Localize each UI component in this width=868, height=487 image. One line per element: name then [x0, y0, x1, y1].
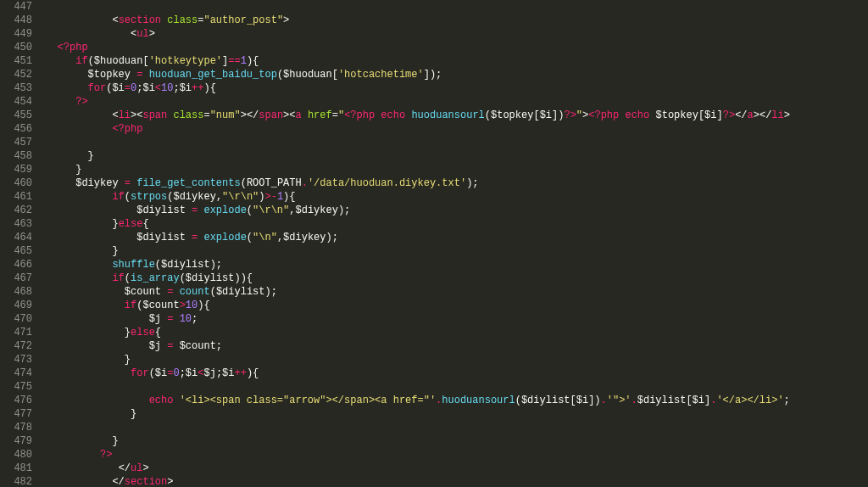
code-line[interactable]: echo '<li><span class="arrow"></span><a … [39, 394, 868, 407]
code-area[interactable]: <section class="author_post"> <ul> <?php… [39, 0, 868, 487]
code-line[interactable]: $diylist = explode("\n",$diykey); [39, 231, 868, 244]
code-line[interactable] [39, 0, 868, 14]
code-line[interactable]: shuffle($diylist); [39, 258, 868, 271]
code-line[interactable]: if(is_array($diylist)){ [39, 271, 868, 285]
code-line[interactable]: $count = count($diylist); [39, 285, 868, 299]
code-line[interactable]: }else{ [39, 326, 868, 339]
code-line[interactable]: if($count>10){ [39, 299, 868, 312]
code-line[interactable]: } [39, 244, 868, 258]
code-line[interactable] [39, 136, 868, 149]
line-number: 470 [5, 312, 32, 326]
line-number: 472 [5, 339, 32, 353]
line-number: 468 [5, 285, 32, 299]
code-line[interactable]: ?> [39, 448, 868, 462]
line-number: 451 [5, 54, 32, 68]
line-number: 481 [5, 462, 32, 475]
code-line[interactable]: <?php [39, 122, 868, 136]
line-number: 469 [5, 299, 32, 312]
code-line[interactable] [39, 421, 868, 434]
code-line[interactable]: <?php [39, 41, 868, 54]
code-line[interactable]: if(strpos($diykey,"\r\n")>-1){ [39, 190, 868, 204]
line-number: 466 [5, 258, 32, 271]
line-number: 464 [5, 231, 32, 244]
line-number: 476 [5, 394, 32, 407]
line-number: 473 [5, 353, 32, 367]
line-number: 454 [5, 95, 32, 109]
code-line[interactable]: }else{ [39, 217, 868, 231]
code-line[interactable]: <section class="author_post"> [39, 14, 868, 27]
line-number: 461 [5, 190, 32, 204]
line-number: 455 [5, 109, 32, 122]
code-line[interactable]: } [39, 407, 868, 421]
code-line[interactable]: $topkey = huoduan_get_baidu_top($huoduan… [39, 68, 868, 81]
line-number: 449 [5, 27, 32, 41]
code-line[interactable]: for($i=0;$i<10;$i++){ [39, 81, 868, 95]
code-line[interactable]: $diylist = explode("\r\n",$diykey); [39, 204, 868, 217]
code-line[interactable]: } [39, 434, 868, 448]
code-line[interactable]: for($i=0;$i<$j;$i++){ [39, 367, 868, 380]
line-number: 477 [5, 407, 32, 421]
line-number: 459 [5, 163, 32, 176]
line-number: 479 [5, 434, 32, 448]
line-number-gutter: 4474484494504514524534544554564574584594… [0, 0, 39, 487]
code-line[interactable]: } [39, 353, 868, 367]
line-number: 452 [5, 68, 32, 81]
code-line[interactable] [39, 380, 868, 394]
code-line[interactable]: <li><span class="num"></span><a href="<?… [39, 109, 868, 122]
line-number: 457 [5, 136, 32, 149]
line-number: 463 [5, 217, 32, 231]
line-number: 447 [5, 0, 32, 14]
line-number: 460 [5, 176, 32, 190]
line-number: 450 [5, 41, 32, 54]
line-number: 462 [5, 204, 32, 217]
line-number: 448 [5, 14, 32, 27]
line-number: 480 [5, 448, 32, 462]
code-editor[interactable]: 4474484494504514524534544554564574584594… [0, 0, 868, 487]
line-number: 467 [5, 271, 32, 285]
line-number: 465 [5, 244, 32, 258]
line-number: 456 [5, 122, 32, 136]
line-number: 458 [5, 149, 32, 163]
code-line[interactable]: </section> [39, 475, 868, 487]
line-number: 475 [5, 380, 32, 394]
line-number: 478 [5, 421, 32, 434]
code-line[interactable]: } [39, 149, 868, 163]
code-line[interactable]: } [39, 163, 868, 176]
code-line[interactable]: ?> [39, 95, 868, 109]
code-line[interactable]: if($huoduan['hotkeytype']==1){ [39, 54, 868, 68]
code-line[interactable]: $j = 10; [39, 312, 868, 326]
code-line[interactable]: $diykey = file_get_contents(ROOT_PATH.'/… [39, 176, 868, 190]
line-number: 474 [5, 367, 32, 380]
code-line[interactable]: $j = $count; [39, 339, 868, 353]
line-number: 453 [5, 81, 32, 95]
code-line[interactable]: <ul> [39, 27, 868, 41]
line-number: 482 [5, 475, 32, 487]
line-number: 471 [5, 326, 32, 339]
code-line[interactable]: </ul> [39, 462, 868, 475]
